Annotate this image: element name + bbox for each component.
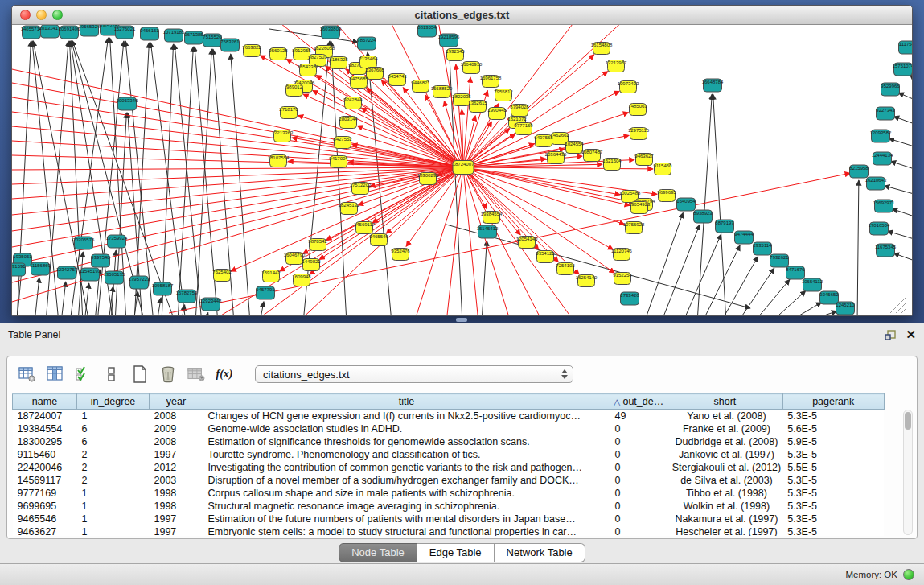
table-cell: 2 (77, 448, 150, 461)
table-mode-icon[interactable] (18, 366, 36, 382)
network-edge[interactable] (898, 93, 912, 101)
network-edge[interactable] (644, 212, 683, 316)
delete-rows-icon[interactable] (159, 366, 177, 382)
network-node-label: 18226058 (314, 46, 335, 51)
table-rows-icon[interactable] (103, 366, 121, 382)
network-edge[interactable] (125, 41, 154, 316)
network-edge[interactable] (12, 141, 463, 167)
column-header-title[interactable]: title (203, 394, 610, 410)
column-header-year[interactable]: year (150, 394, 203, 410)
network-edge[interactable] (12, 167, 463, 170)
network-window[interactable]: citations_edges.txt 18724007140557142013… (11, 5, 913, 316)
network-edge[interactable] (12, 167, 463, 231)
table-cell: 1 (77, 525, 150, 537)
column-header-short[interactable]: short (667, 394, 783, 410)
network-edge[interactable] (857, 180, 859, 316)
table-cell: 2009 (150, 422, 203, 435)
network-edge[interactable] (231, 54, 250, 316)
network-edge[interactable] (366, 89, 463, 167)
network-window-titlebar[interactable]: citations_edges.txt (12, 6, 912, 25)
network-edge[interactable] (162, 44, 174, 316)
table-cell: 9699695 (13, 500, 77, 513)
table-row[interactable]: 1938455462009Genome-wide association stu… (13, 422, 885, 435)
network-edge[interactable] (702, 245, 740, 316)
network-edge[interactable] (888, 231, 912, 240)
network-edge[interactable] (463, 167, 630, 205)
network-edge[interactable] (892, 209, 912, 217)
network-node-label: 10654112 (802, 279, 823, 284)
tab-node-table[interactable]: Node Table (339, 543, 417, 562)
network-edge[interactable] (463, 25, 575, 167)
network-edge[interactable] (12, 167, 463, 199)
network-edge[interactable] (890, 161, 912, 170)
network-edge[interactable] (885, 186, 912, 195)
network-edge[interactable] (12, 167, 463, 247)
scrollbar-thumb[interactable] (905, 412, 911, 430)
tab-edge-table[interactable]: Edge Table (417, 543, 495, 562)
network-edge[interactable] (803, 311, 837, 316)
network-edge[interactable] (178, 47, 193, 316)
status-bar: Memory: OK (0, 563, 924, 585)
tab-network-table[interactable]: Network Table (495, 543, 585, 562)
network-node-label: 11120746 (611, 249, 632, 253)
create-table-icon[interactable] (131, 366, 149, 382)
network-view-canvas[interactable]: 1872400714055714201314172069140619565324… (12, 25, 912, 316)
network-edge[interactable] (269, 29, 358, 42)
network-edge[interactable] (463, 167, 579, 274)
network-edge[interactable] (661, 225, 700, 316)
network-edge[interactable] (205, 313, 208, 316)
table-row[interactable]: 977716911998Corpus callosum shape and si… (13, 487, 885, 500)
select-all-rows-icon[interactable] (75, 366, 92, 382)
table-row[interactable]: 1830029562008Estimation of significance … (13, 435, 885, 448)
network-edge[interactable] (737, 268, 774, 316)
network-edge[interactable] (721, 257, 758, 316)
table-row[interactable]: 946554611997Estimation of the future num… (13, 513, 885, 525)
network-edge[interactable] (754, 279, 790, 316)
network-edge[interactable] (303, 94, 463, 167)
table-cell: Corpus callosum shape and size in male p… (203, 487, 610, 500)
network-node-label: 15692971 (873, 200, 895, 205)
column-header-name[interactable]: name (13, 394, 77, 410)
show-columns-icon[interactable] (47, 366, 64, 382)
function-builder-icon[interactable]: f(x) (216, 366, 233, 382)
table-row[interactable]: 969969511998Structural magnetic resonanc… (13, 500, 885, 513)
network-edge[interactable] (310, 167, 463, 274)
table-vertical-scrollbar[interactable] (903, 410, 913, 535)
table-row[interactable]: 2242004622012Investigating the contribut… (13, 461, 885, 474)
network-edge[interactable] (12, 167, 463, 215)
network-edge[interactable] (697, 94, 712, 316)
network-edge[interactable] (482, 241, 487, 316)
network-edge[interactable] (157, 298, 161, 316)
column-header-in-degree[interactable]: in_degree (77, 394, 150, 410)
network-edge[interactable] (260, 302, 264, 316)
table-cell: 1998 (150, 487, 203, 500)
float-panel-icon[interactable] (884, 328, 897, 341)
network-canvas-svg: 1872400714055714201314172069140619565324… (12, 25, 912, 316)
table-selector-dropdown[interactable]: citations_edges.txt (255, 365, 573, 383)
column-header-pagerank[interactable]: pagerank (782, 394, 884, 410)
table-row[interactable]: 946362711997Embryonic stem cells: a mode… (13, 525, 885, 537)
close-panel-icon[interactable]: ✕ (906, 328, 916, 341)
table-cell: 0 (610, 422, 667, 435)
network-edge[interactable] (713, 94, 726, 316)
network-edge[interactable] (889, 138, 912, 147)
network-edge[interactable] (787, 303, 822, 316)
network-edge[interactable] (331, 41, 347, 316)
network-node-label: 7583261 (220, 39, 240, 44)
table-row[interactable]: 911546021997Tourette syndrome. Phenomeno… (13, 448, 885, 461)
network-edge[interactable] (12, 167, 463, 302)
column-header-out-degree[interactable]: △out_de… (610, 394, 667, 410)
table-cell: Dudbridge et al. (2008) (667, 435, 783, 448)
split-pane-divider-handle[interactable] (456, 318, 467, 322)
network-edge[interactable] (770, 290, 806, 316)
table-row[interactable]: 1456911722003Disruption of a novel membe… (13, 474, 885, 487)
network-edge[interactable] (893, 253, 912, 262)
network-edge[interactable] (463, 77, 470, 167)
table-row[interactable]: 1872400712008Changes of HCN gene express… (13, 410, 885, 422)
memory-ok-indicator[interactable] (903, 569, 914, 580)
network-edge[interactable] (463, 167, 653, 169)
network-node-label: 9152254 (613, 273, 632, 278)
network-node-label: 10025488 (619, 191, 641, 196)
network-edge[interactable] (35, 278, 39, 316)
network-edge[interactable] (893, 117, 912, 125)
